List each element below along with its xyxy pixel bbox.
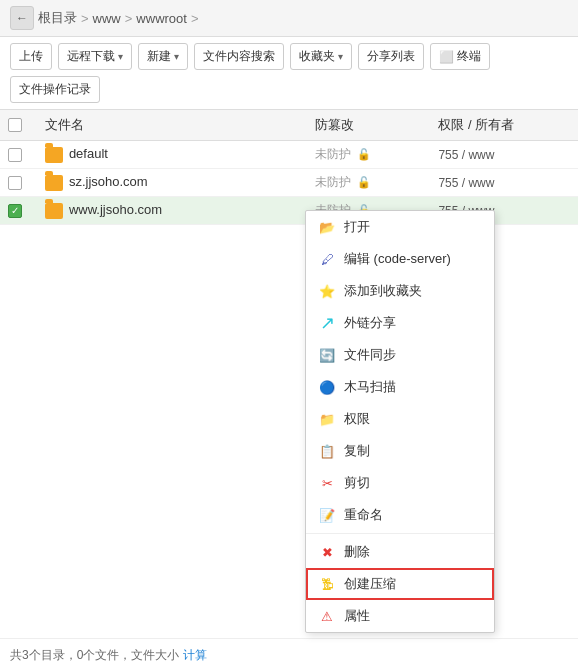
col-header-check[interactable] <box>0 110 37 141</box>
ctx-label-share: 外链分享 <box>344 314 396 332</box>
ctx-label-props: 属性 <box>344 607 370 625</box>
ctx-item-rename[interactable]: 📝 重命名 <box>306 499 494 531</box>
row-checkbox-cell[interactable] <box>0 141 37 169</box>
ctx-label-add-fav: 添加到收藏夹 <box>344 282 422 300</box>
ctx-item-copy[interactable]: 📋 复制 <box>306 435 494 467</box>
breadcrumb-www[interactable]: www <box>93 11 121 26</box>
ctx-icon-share: ↗ <box>318 314 336 332</box>
remote-download-button[interactable]: 远程下载 ▾ <box>58 43 132 70</box>
ctx-item-cut[interactable]: ✂ 剪切 <box>306 467 494 499</box>
checkbox-unchecked[interactable] <box>8 148 22 162</box>
file-table: 文件名 防篡改 权限 / 所有者 default未防护 🔓755 / wwwsz… <box>0 110 578 225</box>
context-menu: 📂 打开 🖊 编辑 (code-server) ⭐ 添加到收藏夹 ↗ 外链分享 … <box>305 210 495 633</box>
ctx-icon-delete: ✖ <box>318 543 336 561</box>
file-ops-log-button[interactable]: 文件操作记录 <box>10 76 100 103</box>
ctx-label-compress: 创建压缩 <box>344 575 396 593</box>
row-filename[interactable]: default <box>37 141 308 169</box>
ctx-label-open: 打开 <box>344 218 370 236</box>
ctx-icon-sync: 🔄 <box>318 346 336 364</box>
ctx-label-rename: 重命名 <box>344 506 383 524</box>
back-button[interactable]: ← <box>10 6 34 30</box>
ctx-item-sync[interactable]: 🔄 文件同步 <box>306 339 494 371</box>
row-permissions: 755 / www <box>430 169 578 197</box>
row-checkbox-cell[interactable]: ✓ <box>0 197 37 225</box>
table-row[interactable]: sz.jjsoho.com未防护 🔓755 / www <box>0 169 578 197</box>
ctx-label-sync: 文件同步 <box>344 346 396 364</box>
ctx-icon-edit: 🖊 <box>318 250 336 268</box>
ctx-icon-trojan: 🔵 <box>318 378 336 396</box>
folder-icon <box>45 203 63 219</box>
footer-text: 共3个目录，0个文件，文件大小 <box>10 648 183 662</box>
table-row[interactable]: default未防护 🔓755 / www <box>0 141 578 169</box>
favorites-arrow: ▾ <box>338 51 343 62</box>
col-header-permissions: 权限 / 所有者 <box>430 110 578 141</box>
ctx-label-cut: 剪切 <box>344 474 370 492</box>
row-filename[interactable]: sz.jjsoho.com <box>37 169 308 197</box>
footer: 共3个目录，0个文件，文件大小 计算 <box>0 638 578 672</box>
remote-download-label: 远程下载 <box>67 48 115 65</box>
new-button[interactable]: 新建 ▾ <box>138 43 188 70</box>
ctx-label-edit: 编辑 (code-server) <box>344 250 451 268</box>
ctx-item-compress[interactable]: 🗜 创建压缩 <box>306 568 494 600</box>
ctx-item-open[interactable]: 📂 打开 <box>306 211 494 243</box>
ctx-icon-copy: 📋 <box>318 442 336 460</box>
favorites-label: 收藏夹 <box>299 48 335 65</box>
upload-button[interactable]: 上传 <box>10 43 52 70</box>
breadcrumb-root[interactable]: 根目录 <box>38 9 77 27</box>
row-filename[interactable]: www.jjsoho.com <box>37 197 308 225</box>
folder-icon <box>45 175 63 191</box>
ctx-icon-star: ⭐ <box>318 282 336 300</box>
filename-text: sz.jjsoho.com <box>69 174 148 189</box>
footer-calc-link[interactable]: 计算 <box>183 648 207 662</box>
ctx-item-scan[interactable]: 🔵 木马扫描 <box>306 371 494 403</box>
share-list-button[interactable]: 分享列表 <box>358 43 424 70</box>
ctx-item-add-fav[interactable]: ⭐ 添加到收藏夹 <box>306 275 494 307</box>
col-header-protect: 防篡改 <box>307 110 430 141</box>
protect-lock-icon: 🔓 <box>354 176 371 188</box>
ctx-icon-props: ⚠ <box>318 607 336 625</box>
checkbox-checked[interactable]: ✓ <box>8 204 22 218</box>
favorites-button[interactable]: 收藏夹 ▾ <box>290 43 352 70</box>
ctx-icon-rename: 📝 <box>318 506 336 524</box>
filename-text: default <box>69 146 108 161</box>
select-all-checkbox[interactable] <box>8 118 22 132</box>
new-arrow: ▾ <box>174 51 179 62</box>
terminal-button[interactable]: ⬜ 终端 <box>430 43 490 70</box>
row-protect: 未防护 🔓 <box>307 169 430 197</box>
col-header-filename: 文件名 <box>37 110 308 141</box>
remote-download-arrow: ▾ <box>118 51 123 62</box>
ctx-label-scan: 木马扫描 <box>344 378 396 396</box>
file-ops-log-label: 文件操作记录 <box>19 81 91 98</box>
ctx-item-props[interactable]: ⚠ 属性 <box>306 600 494 632</box>
ctx-icon-compress: 🗜 <box>318 575 336 593</box>
ctx-item-share[interactable]: ↗ 外链分享 <box>306 307 494 339</box>
breadcrumb-bar: ← 根目录 > www > wwwroot > <box>0 0 578 37</box>
upload-label: 上传 <box>19 48 43 65</box>
terminal-label: 终端 <box>457 48 481 65</box>
terminal-icon: ⬜ <box>439 50 454 64</box>
ctx-item-edit[interactable]: 🖊 编辑 (code-server) <box>306 243 494 275</box>
ctx-icon-perm: 📁 <box>318 410 336 428</box>
row-protect: 未防护 🔓 <box>307 141 430 169</box>
file-list-container: 文件名 防篡改 权限 / 所有者 default未防护 🔓755 / wwwsz… <box>0 110 578 225</box>
breadcrumb-wwwroot[interactable]: wwwroot <box>136 11 187 26</box>
table-header-row: 文件名 防篡改 权限 / 所有者 <box>0 110 578 141</box>
new-label: 新建 <box>147 48 171 65</box>
row-checkbox-cell[interactable] <box>0 169 37 197</box>
context-menu-divider <box>306 533 494 534</box>
ctx-item-delete[interactable]: ✖ 删除 <box>306 536 494 568</box>
ctx-label-perm: 权限 <box>344 410 370 428</box>
toolbar: 上传 远程下载 ▾ 新建 ▾ 文件内容搜索 收藏夹 ▾ 分享列表 ⬜ 终端 文件… <box>0 37 578 110</box>
ctx-label-delete: 删除 <box>344 543 370 561</box>
ctx-icon-cut: ✂ <box>318 474 336 492</box>
share-list-label: 分享列表 <box>367 48 415 65</box>
protect-lock-icon: 🔓 <box>354 148 371 160</box>
ctx-label-copy: 复制 <box>344 442 370 460</box>
breadcrumb-path: 根目录 > www > wwwroot > <box>38 9 199 27</box>
file-search-button[interactable]: 文件内容搜索 <box>194 43 284 70</box>
folder-icon <box>45 147 63 163</box>
ctx-item-perm[interactable]: 📁 权限 <box>306 403 494 435</box>
row-permissions: 755 / www <box>430 141 578 169</box>
ctx-icon-open: 📂 <box>318 218 336 236</box>
checkbox-unchecked[interactable] <box>8 176 22 190</box>
